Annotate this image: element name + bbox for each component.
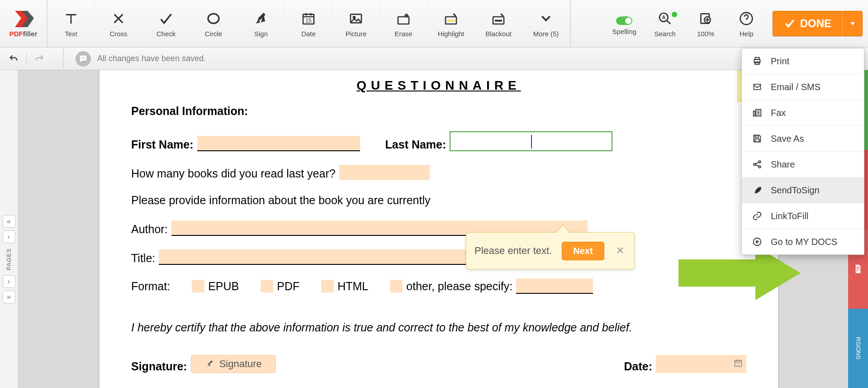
tool-label: Picture bbox=[346, 30, 367, 38]
dropdown-label: Email / SMS bbox=[771, 82, 821, 92]
dropdown-item-email[interactable]: Email / SMS bbox=[742, 74, 864, 100]
done-dropdown-menu: Print Email / SMS Fax Save As Share Send… bbox=[741, 48, 864, 255]
text-tool[interactable]: Text bbox=[47, 0, 95, 47]
dropdown-label: SendToSign bbox=[771, 185, 820, 196]
search-tool[interactable]: A Search bbox=[645, 10, 686, 38]
sign-icon bbox=[205, 359, 215, 369]
dropdown-item-share[interactable]: Share bbox=[742, 152, 864, 177]
dropdown-item-save-as[interactable]: Save As bbox=[742, 126, 864, 152]
book-info-text: Please provide information about the boo… bbox=[131, 194, 431, 207]
format-html-checkbox[interactable] bbox=[321, 280, 334, 292]
notification-dot-icon bbox=[672, 12, 677, 17]
tool-label: 100% bbox=[697, 30, 714, 38]
save-icon bbox=[751, 133, 764, 144]
format-other-checkbox[interactable] bbox=[390, 280, 403, 292]
date-field[interactable]: 17 bbox=[656, 355, 746, 373]
rail-tab-versions[interactable]: RSIONS bbox=[848, 309, 868, 388]
sign-tool[interactable]: Sign bbox=[237, 0, 285, 47]
dropdown-label: Print bbox=[771, 56, 789, 67]
circle-icon bbox=[204, 10, 223, 27]
zoom-tool[interactable]: 100% bbox=[686, 10, 726, 38]
section-heading: Personal Information: bbox=[131, 105, 746, 118]
redo-icon bbox=[33, 54, 45, 64]
dropdown-item-mydocs[interactable]: Go to MY DOCS bbox=[742, 229, 864, 254]
document-page: QUESTIONNAIRE Personal Information: Firs… bbox=[100, 70, 778, 388]
format-label: Format: bbox=[131, 280, 170, 293]
pages-prev-button[interactable]: ‹ bbox=[3, 230, 15, 243]
picture-icon bbox=[347, 10, 365, 27]
tool-label: Search bbox=[654, 30, 676, 38]
dropdown-item-fax[interactable]: Fax bbox=[742, 100, 864, 126]
svg-point-2 bbox=[208, 14, 219, 23]
feather-icon bbox=[751, 185, 764, 196]
tool-label: Circle bbox=[205, 30, 222, 38]
cross-icon bbox=[109, 10, 128, 27]
done-dropdown-toggle[interactable] bbox=[842, 11, 862, 36]
pages-first-button[interactable]: « bbox=[3, 215, 15, 228]
undo-button[interactable] bbox=[6, 52, 21, 66]
cross-tool[interactable]: Cross bbox=[95, 0, 142, 47]
dropdown-item-sendtosign[interactable]: SendToSign bbox=[742, 177, 864, 203]
blackout-tool[interactable]: Blackout bbox=[475, 0, 522, 47]
comment-icon bbox=[76, 51, 91, 67]
format-epub-checkbox[interactable] bbox=[192, 280, 204, 292]
format-epub-label: EPUB bbox=[208, 280, 239, 293]
pages-rail: « ‹ PAGES › » bbox=[0, 70, 18, 388]
highlight-tool[interactable]: Highlight bbox=[427, 0, 475, 47]
sub-toolbar: All changes have been saved. bbox=[0, 48, 868, 70]
picture-tool[interactable]: Picture bbox=[332, 0, 380, 47]
calendar-icon: 15 bbox=[299, 10, 318, 27]
format-pdf-checkbox[interactable] bbox=[261, 280, 273, 292]
done-button[interactable]: DONE bbox=[773, 11, 863, 36]
doc-title: QUESTIONNAIRE bbox=[131, 78, 746, 93]
last-name-field[interactable] bbox=[450, 131, 612, 151]
logo-text: PDFfiller bbox=[9, 30, 38, 38]
tool-group-annotate: Text Cross Check Circle Sign 15 Date Pic… bbox=[47, 0, 570, 47]
sign-icon bbox=[252, 10, 270, 27]
logo[interactable]: PDFfiller bbox=[0, 0, 47, 47]
author-label: Author: bbox=[131, 223, 168, 236]
redo-button[interactable] bbox=[32, 52, 47, 66]
tooltip-close-button[interactable]: ✕ bbox=[614, 243, 626, 259]
document-area: QUESTIONNAIRE Personal Information: Firs… bbox=[18, 70, 848, 388]
tool-label: Blackout bbox=[485, 30, 512, 38]
date-label: Date: bbox=[624, 360, 652, 373]
last-name-label: Last Name: bbox=[385, 138, 446, 151]
pages-last-button[interactable]: » bbox=[3, 291, 15, 303]
dropdown-item-linktofill[interactable]: LinkToFill bbox=[742, 203, 864, 229]
pages-next-button[interactable]: › bbox=[3, 275, 15, 288]
tooltip-next-button[interactable]: Next bbox=[562, 242, 604, 260]
pages-label: PAGES bbox=[5, 248, 12, 270]
more-tool[interactable]: More (5) bbox=[522, 0, 570, 47]
signature-button-label: Signature bbox=[219, 358, 262, 370]
first-name-field[interactable] bbox=[197, 136, 360, 151]
spelling-tool[interactable]: US Spelling bbox=[604, 12, 645, 35]
signature-button[interactable]: Signature bbox=[191, 355, 276, 373]
svg-rect-28 bbox=[755, 57, 759, 60]
erase-tool[interactable]: Erase bbox=[380, 0, 427, 47]
spelling-toggle[interactable] bbox=[616, 17, 632, 25]
circle-tool[interactable]: Circle bbox=[190, 0, 237, 47]
tool-label: Date bbox=[301, 30, 316, 38]
first-name-label: First Name: bbox=[131, 138, 194, 151]
separator bbox=[26, 53, 27, 65]
format-other-field[interactable] bbox=[516, 278, 593, 294]
date-tool[interactable]: 15 Date bbox=[285, 0, 332, 47]
back-icon bbox=[751, 236, 764, 247]
tool-label: Spelling bbox=[612, 28, 636, 35]
svg-text:A: A bbox=[662, 14, 666, 20]
dropdown-item-print[interactable]: Print bbox=[742, 48, 864, 74]
main-toolbar: PDFfiller Text Cross Check Circle Sign 1… bbox=[0, 0, 868, 48]
format-html-label: HTML bbox=[337, 280, 368, 293]
check-icon bbox=[157, 10, 175, 27]
format-pdf-label: PDF bbox=[277, 280, 299, 293]
svg-rect-33 bbox=[755, 135, 758, 138]
document-icon bbox=[853, 263, 863, 274]
print-icon bbox=[751, 56, 764, 67]
check-tool[interactable]: Check bbox=[142, 0, 190, 47]
books-count-field[interactable] bbox=[339, 165, 430, 180]
more-icon bbox=[537, 10, 555, 27]
zoom-icon bbox=[697, 10, 715, 27]
help-tool[interactable]: Help bbox=[726, 10, 767, 38]
text-icon bbox=[62, 10, 80, 27]
